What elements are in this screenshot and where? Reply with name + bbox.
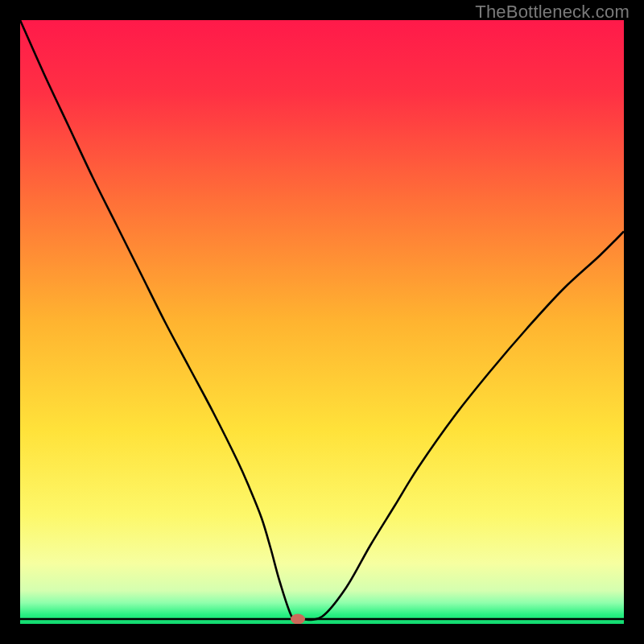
minimum-marker <box>291 614 305 625</box>
bottleneck-chart <box>20 20 624 624</box>
chart-frame: TheBottleneck.com <box>0 0 644 644</box>
watermark-text: TheBottleneck.com <box>475 2 630 23</box>
